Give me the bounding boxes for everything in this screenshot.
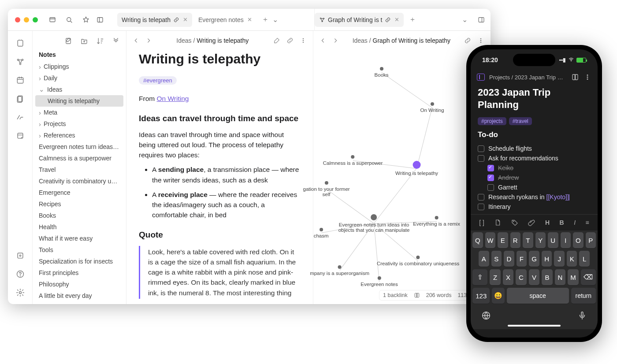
key-q[interactable]: Q [472,232,483,248]
graph-node-telepathy[interactable]: Writing is telepathy [395,161,438,176]
checkbox[interactable] [487,184,494,191]
star-icon[interactable] [82,16,90,24]
vault-switch-icon[interactable] [16,251,25,260]
right-panel-icon[interactable] [477,16,485,24]
tab-menu-caret[interactable]: ⌄ [272,15,278,24]
numbers-key[interactable]: 123 [472,288,490,304]
link-icon[interactable] [464,37,471,44]
new-folder-icon[interactable] [80,37,88,45]
key-w[interactable]: W [485,232,496,248]
checkbox[interactable] [487,175,494,181]
graph-node-evergreen[interactable]: Evergreen notes turn ideas intoobjects t… [338,214,410,233]
quick-switcher-icon[interactable] [16,39,25,48]
nav-forward-icon[interactable] [332,37,339,44]
graph-node-creativity[interactable]: Creativity is combinatory uniqueness [377,256,459,266]
breadcrumb[interactable]: Ideas / Writing is telepathy [156,37,269,44]
checkbox[interactable] [478,145,484,152]
key-y[interactable]: Y [535,232,546,248]
todo-item[interactable]: Itinerary [478,202,591,212]
folder-ideas[interactable]: Ideas [33,84,126,95]
file-item[interactable]: 1,000 true fans [33,301,126,304]
todo-item[interactable]: Research ryokans in [[Kyoto]] [478,192,591,202]
file-item[interactable]: Calmness is a superpower [33,152,126,164]
collapse-icon[interactable] [112,37,120,45]
key-k[interactable]: K [567,251,577,267]
folder-meta[interactable]: Meta [33,107,126,118]
edit-mode-icon[interactable] [273,37,280,44]
key-d[interactable]: D [504,251,514,267]
folder-clippings[interactable]: Clippings [33,61,126,72]
key-p[interactable]: P [586,232,596,248]
close-icon[interactable]: ✕ [183,16,188,23]
todo-item[interactable]: Garrett [478,182,591,192]
nav-forward-icon[interactable] [145,37,152,44]
heading-button[interactable]: H [545,219,550,226]
left-panel-icon[interactable] [477,74,485,81]
new-tab-button[interactable]: ＋ [262,15,269,24]
key-z[interactable]: Z [490,269,500,285]
link-icon[interactable] [286,37,294,44]
home-indicator[interactable] [508,325,561,327]
link-on-writing[interactable]: On Writing [156,95,189,102]
graph-node-remix[interactable]: Everything is a remix [413,216,460,227]
folder-projects[interactable]: Projects [33,118,126,130]
folder-references[interactable]: References [33,130,126,141]
graph-canvas[interactable]: BooksOn WritingCalmness is a superpowerW… [313,50,491,304]
file-item[interactable]: First principles [33,267,126,279]
checkbox[interactable] [478,155,484,162]
file-icon[interactable] [494,219,501,226]
close-window-button[interactable] [15,17,20,22]
key-j[interactable]: J [554,251,565,267]
brackets-button[interactable]: [ ] [479,219,484,226]
reading-mode-icon[interactable] [571,73,579,81]
key-r[interactable]: R [510,232,521,248]
key-u[interactable]: U [548,232,558,248]
key-e[interactable]: E [498,232,508,248]
key-a[interactable]: A [479,251,489,267]
settings-icon[interactable] [16,288,25,297]
key-v[interactable]: V [529,269,539,285]
key-n[interactable]: N [555,269,565,285]
new-tab-button[interactable]: ＋ [409,15,416,24]
graph-node-onwriting[interactable]: On Writing [420,102,444,113]
key-x[interactable]: X [503,269,513,285]
more-icon[interactable] [584,73,591,81]
key-b[interactable]: B [542,269,552,285]
search-icon[interactable] [65,16,73,24]
key-m[interactable]: M [568,269,578,285]
breadcrumb[interactable]: Ideas / Graph of Writing is telepathy [343,37,460,44]
tag-icon[interactable] [511,219,518,226]
shift-key[interactable]: ⇧ [472,269,487,285]
templates-icon[interactable] [16,131,25,140]
files-icon[interactable] [16,94,25,103]
attachment-icon[interactable] [528,219,535,226]
space-key[interactable]: space [507,288,569,304]
key-f[interactable]: F [517,251,527,267]
tab-menu-caret[interactable]: ⌄ [462,15,468,24]
strike-button[interactable]: ≡ [586,219,589,226]
file-item[interactable]: What if it were easy [33,233,126,244]
tab-graph[interactable]: Graph of Writing is t ✕ [315,13,404,27]
calendar-icon[interactable] [16,76,25,85]
folder-daily[interactable]: Daily [33,72,126,84]
more-icon[interactable] [300,37,307,44]
command-icon[interactable] [16,113,25,122]
tag[interactable]: #travel [509,117,532,125]
bold-button[interactable]: B [560,219,564,226]
help-icon[interactable] [16,270,25,279]
file-item[interactable]: Health [33,221,126,233]
graph-node-evergreennotes[interactable]: Evergreen notes [361,276,398,287]
more-icon[interactable] [477,37,484,44]
return-key[interactable]: return [571,288,596,304]
key-i[interactable]: I [561,232,571,248]
checkbox[interactable] [478,194,484,201]
backlink-count[interactable]: 1 backlink [383,292,408,298]
tag[interactable]: #projects [478,117,506,125]
file-item[interactable]: A little bit every day [33,290,126,301]
graph-node-superorg[interactable]: mpany is a superorganism [310,265,369,276]
breadcrumb[interactable]: Projects / 2023 Japan Trip Pl… [489,74,567,81]
file-item[interactable]: Tools [33,244,126,256]
close-icon[interactable]: ✕ [394,16,399,23]
todo-item[interactable]: Andrew [478,173,591,182]
editor-content[interactable]: Writing is telepathy #evergreen From On … [126,50,313,304]
